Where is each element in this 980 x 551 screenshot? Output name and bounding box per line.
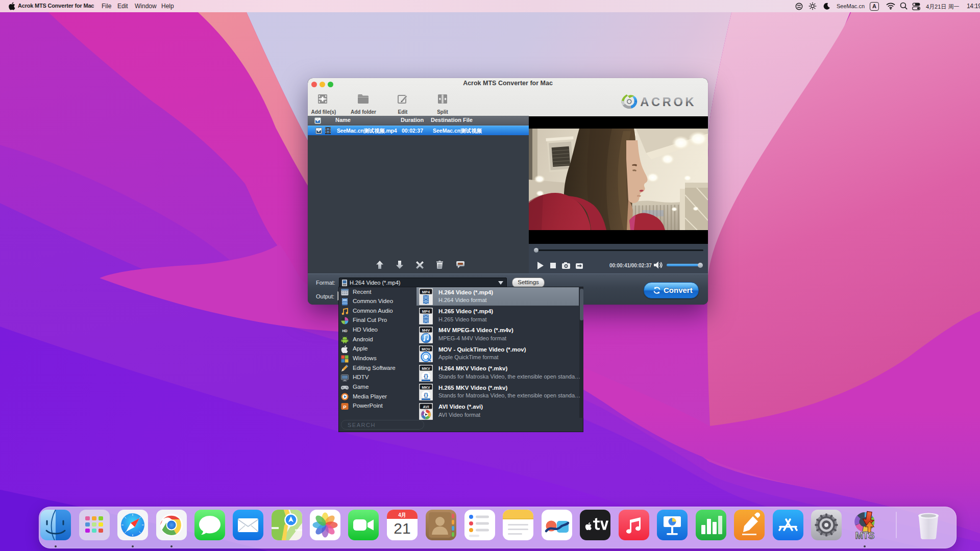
svg-text:ACROK: ACROK <box>640 95 696 109</box>
svg-text:{}: {} <box>424 373 428 379</box>
svg-text:MOV: MOV <box>422 347 430 352</box>
svg-text:AVI: AVI <box>423 404 429 409</box>
svg-text:MP4: MP4 <box>422 290 430 294</box>
svg-text:MKV: MKV <box>422 385 430 390</box>
svg-text:P: P <box>343 404 347 410</box>
svg-text:HD: HD <box>342 329 347 332</box>
svg-text:4月: 4月 <box>398 512 406 518</box>
svg-text:21: 21 <box>394 520 410 537</box>
svg-text:{}: {} <box>424 392 428 398</box>
svg-text:MTS: MTS <box>855 530 874 540</box>
svg-text:MKV: MKV <box>422 366 430 370</box>
svg-text:M4V: M4V <box>422 328 430 332</box>
svg-text:MP4: MP4 <box>422 309 430 313</box>
